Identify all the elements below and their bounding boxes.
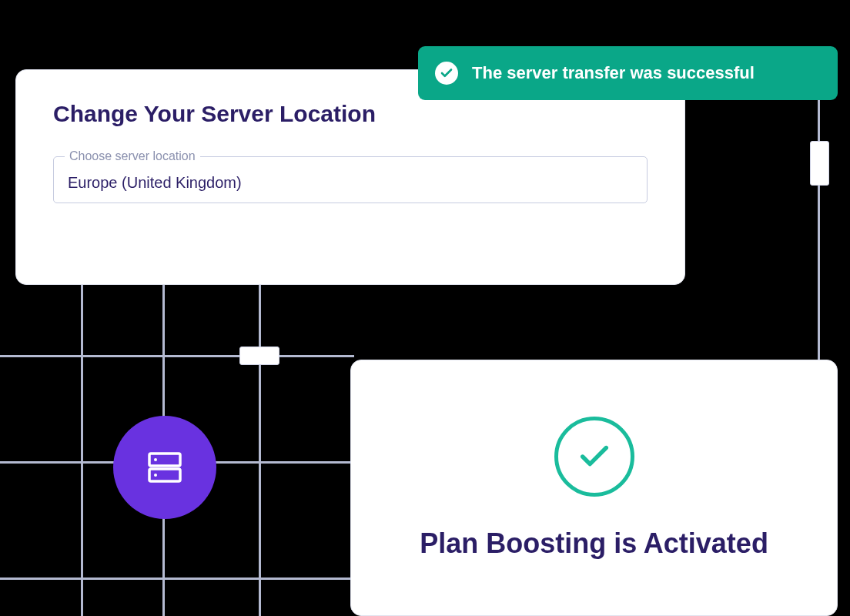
grid-line: [0, 461, 115, 464]
select-label: Choose server location: [65, 149, 200, 163]
grid-line: [162, 284, 165, 417]
grid-line: [216, 461, 353, 464]
grid-line: [259, 284, 261, 616]
check-circle-outline-icon: [554, 417, 634, 497]
plan-boosting-card: Plan Boosting is Activated: [350, 360, 838, 616]
check-circle-icon: [435, 62, 458, 85]
server-location-card: Change Your Server Location Choose serve…: [15, 69, 685, 285]
server-location-select[interactable]: Choose server location Europe (United Ki…: [53, 156, 648, 203]
grid-line: [0, 578, 353, 580]
toast-message: The server transfer was successful: [472, 63, 755, 83]
success-toast: The server transfer was successful: [418, 46, 838, 100]
server-icon: [140, 443, 189, 492]
grid-line: [0, 355, 354, 357]
svg-point-2: [154, 458, 157, 461]
svg-point-3: [154, 474, 157, 477]
chip-decoration: [810, 141, 829, 186]
server-icon-badge: [113, 416, 216, 519]
plan-card-title: Plan Boosting is Activated: [420, 527, 768, 560]
server-card-title: Change Your Server Location: [53, 101, 648, 127]
grid-line: [818, 99, 820, 362]
grid-line: [81, 284, 83, 616]
select-value: Europe (United Kingdom): [68, 174, 633, 192]
grid-line: [162, 517, 165, 616]
chip-decoration: [239, 346, 279, 365]
